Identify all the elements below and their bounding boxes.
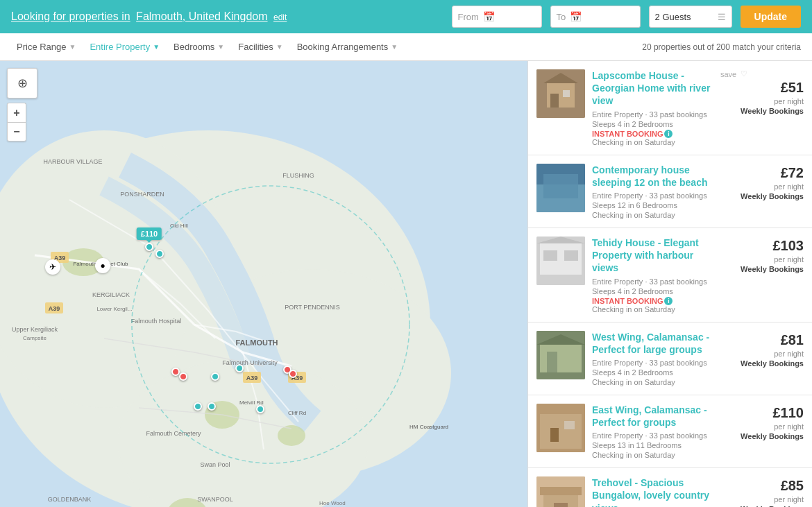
property-price-4: £81 [720,332,804,348]
price-night-5: per night [720,422,804,431]
property-meta-3: Entire Property · 33 past bookings [592,277,713,286]
map-pin-2[interactable] [155,250,164,258]
svg-text:FALMOUTH: FALMOUTH [235,338,278,347]
property-thumbnail-6 [536,476,585,507]
zoom-controls: + − [7,103,37,141]
property-meta-2: Entire Property · 33 past bookings [592,191,713,200]
map-pin-5[interactable] [235,364,244,372]
svg-text:HARBOUR VILLAGE: HARBOUR VILLAGE [43,158,102,165]
heart-icon[interactable]: ♡ [741,69,747,78]
guests-icon: ☰ [718,12,726,22]
price-night-6: per night [720,495,804,504]
property-info-5: East Wing, Calamansac - Perfect for grou… [592,404,713,459]
map-pin-airplane-2[interactable]: ● [95,258,110,273]
svg-text:Old Hill: Old Hill [170,223,188,229]
property-card-4[interactable]: West Wing, Calamansac - Perfect for larg… [528,323,812,395]
svg-text:Hoe Wood: Hoe Wood [319,500,346,506]
checkin-text: Checking in on Saturday [592,138,713,146]
property-price-3: £103 [720,238,804,254]
property-thumbnail-3 [536,237,585,285]
from-label: From [458,12,479,22]
svg-rect-52 [564,250,578,261]
booking-arrangements-label: Booking Arrangements [297,42,389,52]
map-pin-red-2[interactable] [179,372,187,381]
property-card-5[interactable]: East Wing, Calamansac - Perfect for grou… [528,395,812,468]
property-title-3: Tehidy House - Elegant Property with har… [592,237,713,275]
info-icon: i [664,297,673,305]
booking-arrangements-filter[interactable]: Booking Arrangements ▼ [291,39,403,55]
property-info-3: Tehidy House - Elegant Property with har… [592,237,713,313]
svg-text:PORT PENDENNIS: PORT PENDENNIS [285,304,340,311]
svg-rect-60 [550,428,559,442]
instant-booking-badge: INSTANT BOOKING i [592,130,713,138]
svg-text:Falmouth Cemetery: Falmouth Cemetery [146,430,201,437]
svg-text:FLUSHING: FLUSHING [282,172,314,179]
calendar-icon: 📅 [483,11,495,22]
to-label: To [557,12,566,22]
info-icon: i [664,130,673,138]
guests-label: 2 Guests [655,12,691,22]
price-night-1: per night [720,97,804,105]
price-range-filter[interactable]: Price Range ▼ [11,39,81,55]
property-card-6[interactable]: Trehovel - Spacious Bungalow, lovely cou… [528,468,812,507]
header-title: Looking for properties in Falmouth, Unit… [11,10,443,23]
svg-rect-61 [564,421,575,429]
map-pin-4[interactable] [211,372,219,381]
map-pin-7[interactable] [208,402,216,411]
price-save-1: save♡ [720,69,804,78]
save-label[interactable]: save [720,70,736,78]
property-card-3[interactable]: Tehidy House - Elegant Property with har… [528,228,812,323]
chevron-down-icon-active: ▼ [153,43,160,51]
weekly-bookings: Weekly Bookings [720,107,804,115]
facilities-filter[interactable]: Facilities ▼ [232,39,288,55]
svg-text:Lower Kergil...: Lower Kergil... [96,306,132,312]
compass-button[interactable]: ⊕ [7,68,37,98]
zoom-in-button[interactable]: + [7,103,26,122]
map-pin-airplane-1[interactable]: ✈ [45,259,60,275]
map-pin-3[interactable] [194,402,202,411]
map-pin-1[interactable] [145,243,153,251]
property-right-5: £110 per night Weekly Bookings [720,404,804,459]
zoom-out-button[interactable]: − [7,122,26,141]
map-area[interactable]: A39 A39 A39 A39 HARBOUR VILLAGE FLUSHING… [0,61,527,507]
guests-input[interactable]: 2 Guests ☰ [649,6,732,28]
property-thumbnail-5 [536,404,585,452]
svg-text:Falmouth Hospital: Falmouth Hospital [131,318,182,325]
property-right-1: save♡ £51 per night Weekly Bookings [720,69,804,146]
chevron-down-icon-book: ▼ [391,43,398,51]
property-sleeps-5: Sleeps 13 in 11 Bedrooms [592,441,713,449]
map-price-label[interactable]: £110 [137,227,162,240]
edit-link[interactable]: edit [273,12,287,22]
svg-text:GOLDENBANK: GOLDENBANK [48,496,92,503]
property-sleeps-2: Sleeps 12 in 6 Bedrooms [592,201,713,209]
property-title-1: Lapscombe House - Georgian Home with riv… [592,69,713,108]
svg-rect-55 [540,345,582,372]
main-content: A39 A39 A39 A39 HARBOUR VILLAGE FLUSHING… [0,61,812,507]
map-pin-6[interactable] [256,405,264,413]
property-sleeps-1: Sleeps 4 in 2 Bedrooms [592,120,713,128]
property-sleeps-4: Sleeps 4 in 2 Bedrooms [592,368,713,377]
title-prefix: Looking for properties in [11,10,130,22]
to-date-input[interactable]: To 📅 [550,6,641,28]
property-type-filter[interactable]: Entire Property ▼ [84,39,165,55]
property-meta-4: Entire Property · 33 past bookings [592,359,713,367]
property-card-2[interactable]: Contemporary house sleeping 12 on the be… [528,155,812,228]
chevron-down-icon: ▼ [69,43,76,51]
property-title-5: East Wing, Calamansac - Perfect for grou… [592,404,713,429]
svg-text:A39: A39 [246,375,258,381]
update-button[interactable]: Update [741,6,801,28]
location-text: Falmouth, United Kingdom [136,10,267,22]
svg-rect-43 [550,94,559,108]
svg-text:Campsite: Campsite [23,335,46,341]
from-date-input[interactable]: From 📅 [452,6,542,28]
property-card-1[interactable]: Lapscombe House - Georgian Home with riv… [528,61,812,155]
map-pin-red-4[interactable] [289,370,297,378]
bedrooms-filter[interactable]: Bedrooms ▼ [168,39,230,55]
svg-rect-48 [543,174,578,198]
bedrooms-label: Bedrooms [174,42,214,52]
svg-rect-64 [540,487,582,495]
checkin-text: Checking in on Saturday [592,305,713,313]
property-right-4: £81 per night Weekly Bookings [720,331,804,386]
map-pin-red-1[interactable] [171,368,180,376]
svg-text:Swan Pool: Swan Pool [200,461,230,468]
